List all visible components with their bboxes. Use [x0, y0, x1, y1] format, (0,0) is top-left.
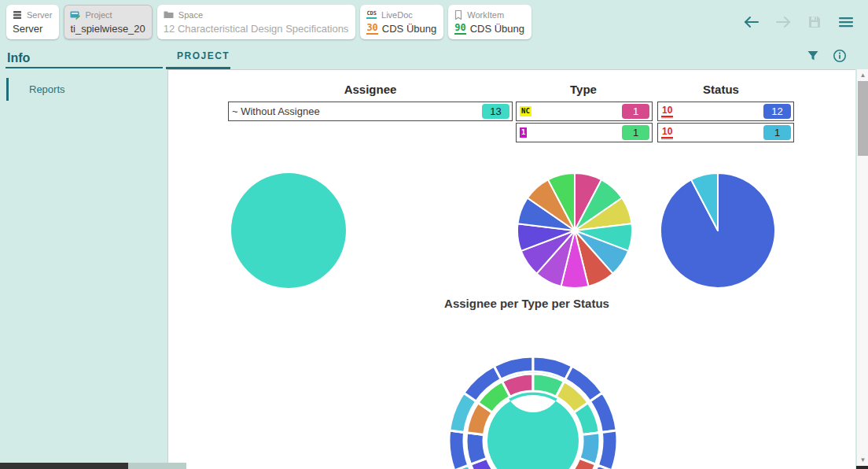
chip-label: WorkItem: [467, 10, 504, 20]
sidebar: Info Reports: [0, 43, 166, 469]
folder-icon: [164, 10, 174, 19]
sunburst-chart[interactable]: [439, 346, 627, 469]
count-badge: 12: [763, 104, 791, 119]
type-row[interactable]: NC 1: [516, 102, 653, 121]
chip-value: CDS Übung: [382, 23, 436, 35]
chip-label: LiveDoc: [381, 10, 413, 20]
assignee-pie-chart[interactable]: [230, 172, 348, 290]
type-row[interactable]: 1 1: [516, 123, 653, 142]
livedoc-icon: CDS: [366, 10, 377, 19]
status-icon: 10: [661, 127, 673, 138]
scrollbar-corner: [856, 466, 868, 469]
scrollbar-thumb[interactable]: [0, 463, 128, 469]
count-badge: 1: [622, 125, 649, 140]
status-icon: 10: [661, 105, 673, 117]
horizontal-scrollbar[interactable]: [0, 463, 186, 469]
save-icon[interactable]: [805, 13, 824, 31]
assignee-row[interactable]: ~ Without Assignee 13: [228, 102, 513, 121]
count-badge: 13: [482, 104, 509, 119]
type-pie-chart[interactable]: [516, 172, 634, 290]
project-icon: [70, 10, 80, 20]
report-content: Assignee Type Status ~ Without Assignee …: [167, 69, 855, 469]
breadcrumb-chip-project[interactable]: Project ti_spielwiese_20: [64, 5, 152, 39]
sidebar-item-reports[interactable]: Reports: [0, 76, 166, 102]
breadcrumb-chip-livedoc[interactable]: CDS LiveDoc 30 CDS Übung: [360, 5, 443, 39]
toolbar-actions: [742, 13, 855, 31]
chip-value: 12 Characteristical Design Specification…: [164, 23, 349, 35]
breadcrumb-chip-space[interactable]: Space 12 Characteristical Design Specifi…: [157, 5, 356, 39]
info-icon[interactable]: [830, 46, 849, 65]
column-header-status: Status: [658, 83, 784, 96]
app-window: Server Server Project ti_spielwiese_20: [0, 0, 868, 469]
sidebar-item-label: Reports: [29, 83, 65, 95]
chip-label: Server: [27, 10, 52, 20]
tab-project[interactable]: PROJECT: [177, 50, 230, 61]
chip-label: Space: [178, 10, 203, 20]
tab-bar: PROJECT: [166, 43, 855, 69]
server-icon: [13, 10, 22, 20]
breadcrumb: Server Server Project ti_spielwiese_20: [0, 0, 868, 43]
livedoc-number-badge: 30: [366, 23, 377, 35]
workitem-number-badge: 90: [454, 23, 465, 35]
column-header-assignee: Assignee: [292, 83, 449, 96]
chip-value: Server: [13, 23, 52, 35]
vertical-scrollbar[interactable]: ▲ ▼: [856, 69, 868, 469]
filter-icon[interactable]: [804, 46, 822, 65]
menu-icon[interactable]: [837, 13, 855, 31]
selection-indicator: [6, 78, 9, 101]
breadcrumb-chip-server[interactable]: Server Server: [6, 5, 59, 39]
scroll-down-icon[interactable]: ▼: [857, 456, 868, 463]
type-icon: 1: [520, 127, 527, 138]
status-row[interactable]: 10 1: [657, 123, 794, 142]
breadcrumb-chip-workitem[interactable]: WorkItem 90 CDS Übung: [448, 5, 531, 39]
scrollbar-thumb[interactable]: [858, 81, 868, 156]
assignee-label: ~ Without Assignee: [232, 105, 320, 117]
status-row[interactable]: 10 12: [657, 102, 794, 121]
sidebar-title: Info: [0, 43, 166, 67]
column-header-type: Type: [520, 83, 646, 96]
type-icon: NC: [520, 106, 531, 116]
count-badge: 1: [763, 125, 791, 140]
divider: [6, 67, 163, 68]
chip-value: ti_spielwiese_20: [70, 23, 145, 35]
count-badge: 1: [622, 104, 649, 119]
back-icon[interactable]: [742, 13, 761, 31]
workitem-icon: [454, 10, 462, 20]
sunburst-title: Assignee per Type per Status: [291, 297, 763, 310]
scroll-up-icon[interactable]: ▲: [857, 72, 868, 79]
chip-label: Project: [85, 10, 112, 20]
forward-icon[interactable]: [774, 13, 793, 31]
status-pie-chart[interactable]: [659, 172, 777, 290]
chip-value: CDS Übung: [470, 23, 524, 35]
